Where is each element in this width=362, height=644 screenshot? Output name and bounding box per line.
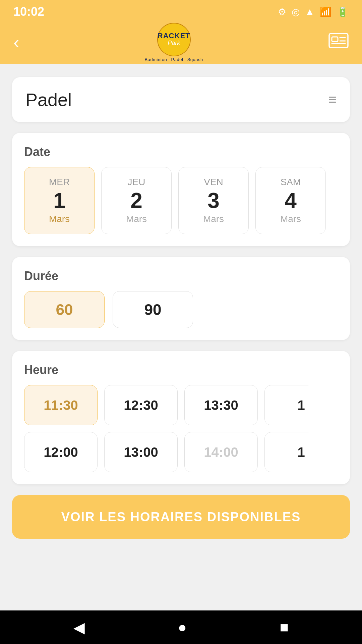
time-1300[interactable]: 13:00 xyxy=(104,432,178,472)
gear-icon: ⚙ xyxy=(278,6,286,17)
date-num-ven: 3 xyxy=(207,189,220,212)
date-item-mer[interactable]: MER 1 Mars xyxy=(24,167,95,234)
date-item-jeu[interactable]: JEU 2 Mars xyxy=(101,167,172,234)
time-1400-label: 14:00 xyxy=(204,445,238,460)
sport-title: Padel xyxy=(25,89,72,110)
cta-button[interactable]: VOIR LES HORAIRES DISPONIBLES xyxy=(12,495,350,539)
date-scroll: MER 1 Mars JEU 2 Mars VEN 3 Mars SAM 4 M… xyxy=(24,167,338,234)
logo-circle: RACKET Park xyxy=(157,23,191,56)
time-1330-label: 13:30 xyxy=(204,398,238,413)
main-content: Padel ≡ Date MER 1 Mars JEU 2 Mars VEN 3… xyxy=(0,64,362,610)
status-time: 10:02 xyxy=(13,5,44,19)
logo: RACKET Park Badminton · Padel · Squash xyxy=(145,23,203,62)
nav-back-button[interactable]: ◀ xyxy=(73,619,85,636)
date-month-ven: Mars xyxy=(203,214,224,224)
nav-square-button[interactable]: ■ xyxy=(280,619,289,636)
wifi-icon: ▲ xyxy=(305,6,314,17)
date-day-jeu: JEU xyxy=(128,177,145,187)
date-month-sam: Mars xyxy=(280,214,301,224)
duree-section: Durée 60 90 xyxy=(12,257,350,340)
signal-icon: 📶 xyxy=(320,6,331,17)
time-1130-label: 11:30 xyxy=(44,398,78,413)
heure-label: Heure xyxy=(24,363,338,377)
menu-icon[interactable]: ≡ xyxy=(328,92,337,108)
time-row2-partial-label: 1 xyxy=(297,445,305,460)
duration-60[interactable]: 60 xyxy=(24,291,105,328)
time-row2-partial[interactable]: 1 xyxy=(264,432,338,472)
logo-park-text: Park xyxy=(168,40,180,47)
time-1230[interactable]: 12:30 xyxy=(104,385,178,425)
at-icon: ◎ xyxy=(292,6,300,17)
logo-racket-text: RACKET xyxy=(158,32,190,40)
time-row1-partial[interactable]: 1 xyxy=(264,385,338,425)
time-1400: 14:00 xyxy=(184,432,258,472)
date-label: Date xyxy=(24,145,338,159)
date-num-jeu: 2 xyxy=(130,189,142,212)
time-row1-partial-label: 1 xyxy=(297,398,305,413)
date-item-ven[interactable]: VEN 3 Mars xyxy=(178,167,249,234)
duration-90-label: 90 xyxy=(144,301,161,319)
svg-rect-1 xyxy=(332,37,338,42)
date-num-mer: 1 xyxy=(53,189,65,212)
time-1300-label: 13:00 xyxy=(124,445,158,460)
nav-home-button[interactable]: ● xyxy=(178,619,187,636)
date-month-jeu: Mars xyxy=(126,214,147,224)
time-1200[interactable]: 12:00 xyxy=(24,432,98,472)
date-item-sam[interactable]: SAM 4 Mars xyxy=(255,167,326,234)
back-button[interactable]: ‹ xyxy=(13,32,19,52)
time-1200-label: 12:00 xyxy=(44,445,78,460)
duree-label: Durée xyxy=(24,269,338,283)
date-section: Date MER 1 Mars JEU 2 Mars VEN 3 Mars xyxy=(12,133,350,246)
card-icon[interactable] xyxy=(328,32,349,52)
time-1230-label: 12:30 xyxy=(124,398,158,413)
bottom-nav: ◀ ● ■ xyxy=(0,610,362,644)
status-icons: ⚙ ◎ ▲ 📶 🔋 xyxy=(278,6,349,17)
time-1330[interactable]: 13:30 xyxy=(184,385,258,425)
time-grid: 11:30 12:30 13:30 1 12:00 13:00 xyxy=(24,385,338,472)
logo-subtitle: Badminton · Padel · Squash xyxy=(145,57,203,62)
time-1130[interactable]: 11:30 xyxy=(24,385,98,425)
heure-section: Heure 11:30 12:30 13:30 1 12:00 xyxy=(12,351,350,484)
duration-row: 60 90 xyxy=(24,291,338,328)
duration-90[interactable]: 90 xyxy=(113,291,193,328)
sport-card: Padel ≡ xyxy=(12,77,350,122)
time-grid-wrapper: 11:30 12:30 13:30 1 12:00 13:00 xyxy=(24,385,338,472)
date-day-ven: VEN xyxy=(204,177,223,187)
date-day-mer: MER xyxy=(49,177,70,187)
navbar: ‹ RACKET Park Badminton · Padel · Squash xyxy=(0,23,362,64)
date-month-mer: Mars xyxy=(49,214,70,224)
battery-icon: 🔋 xyxy=(337,6,349,17)
duration-60-label: 60 xyxy=(56,301,73,319)
status-bar: 10:02 ⚙ ◎ ▲ 📶 🔋 xyxy=(0,0,362,23)
date-num-sam: 4 xyxy=(285,189,297,212)
date-day-sam: SAM xyxy=(281,177,301,187)
